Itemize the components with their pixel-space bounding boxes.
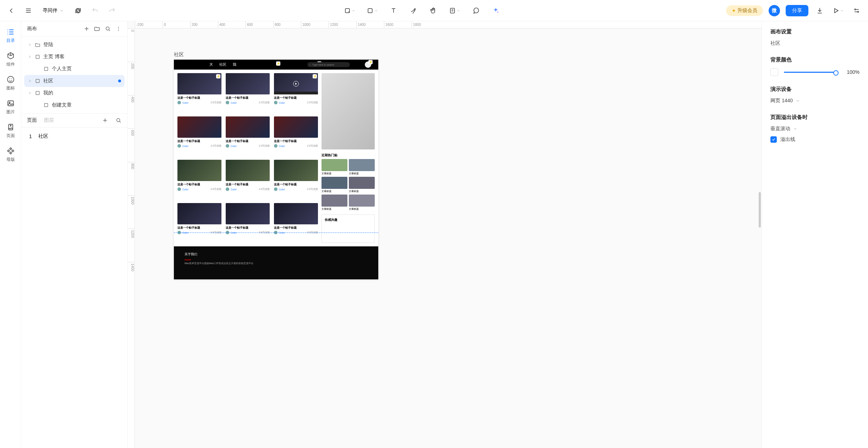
add-icon[interactable] [83,26,90,32]
sidebar-item-masters[interactable]: 母版 [2,144,19,165]
mock-card: ⚡这是一个帖子标题Color2.9万浏览 [274,73,318,113]
mock-card: 这是一个帖子标题Color2.9万浏览 [226,73,270,113]
sidebar-item-pages[interactable]: 页面 [2,121,19,141]
svg-rect-23 [36,91,39,94]
search-pages-icon[interactable] [115,117,122,124]
tree-item[interactable]: 我的 [24,87,125,99]
lp-header: 画布 [21,21,127,37]
topbar-left: 寻同伴 [6,5,118,16]
sidebar-item-components[interactable]: 组件 [2,49,19,70]
svg-point-18 [118,28,119,29]
ruler-horizontal: -200020040060080010001200140016001800 [135,21,762,28]
artboard-tree: 登陆主页 博客个人主页社区我的创建文章 [21,37,127,114]
svg-rect-20 [36,55,39,58]
svg-point-19 [118,30,119,31]
svg-point-17 [118,27,119,27]
rp-canvas-title: 画布设置 [770,28,859,35]
chevron-down-icon [793,127,797,131]
share-button[interactable]: 分享 [786,5,808,16]
topbar-right: ✦升级会员 微 分享 [726,5,862,16]
checkbox-checked-icon [770,136,777,143]
opacity-value[interactable]: 100% [842,69,859,75]
scrollbar-thumb[interactable] [759,192,761,228]
lightning-icon: ⚡ [276,61,280,66]
tab-layers[interactable]: 图层 [44,117,54,124]
folder-icon[interactable] [94,26,100,32]
sidebar-item-images[interactable]: 图片 [2,97,19,117]
tree-item[interactable]: 登陆 [24,39,125,51]
mock-card: 这是一个帖子标题Color2.9万浏览 [226,203,270,243]
ai-tool[interactable] [490,5,501,16]
pages-list: 1 社区 [21,127,127,145]
canvas-viewport[interactable]: 社区 大 社区 我 ⚡ ⚡ ⌕Type here to search ⚡ ⚡这是… [135,28,762,448]
mock-card: 这是一个帖子标题Color2.9万浏览 [226,116,270,156]
add-page-icon[interactable] [102,117,108,124]
overflow-line-checkbox[interactable]: 溢出线 [770,136,859,143]
settings-button[interactable] [851,5,862,16]
overflow-select[interactable]: 垂直滚动 [770,126,859,132]
mock-card: 这是一个帖子标题Color2.9万浏览 [274,160,318,200]
mock-hero-image [322,73,375,149]
mock-card: 这是一个帖子标题Color2.9万浏览 [226,160,270,200]
lp-tabs: 页面 图层 [21,114,127,127]
ruler-vertical: 0200400600800100012001400 [128,28,135,448]
left-panel: 画布 登陆主页 博客个人主页社区我的创建文章 页面 图层 1 社区 [21,21,128,448]
mock-card: 这是一个帖子标题Color2.9万浏览 [177,116,221,156]
back-button[interactable] [6,5,17,16]
svg-point-25 [117,119,120,122]
mock-grid: ⚡这是一个帖子标题Color2.9万浏览这是一个帖子标题Color2.9万浏览⚡… [177,73,318,243]
undo-button[interactable] [89,5,101,16]
svg-point-9 [7,76,14,83]
device-select[interactable]: 网页 1440 [770,98,859,104]
sidebar-item-icons[interactable]: 图标 [2,73,19,93]
upgrade-button[interactable]: ✦升级会员 [726,5,763,16]
tab-pages[interactable]: 页面 [27,117,37,124]
frame-tool[interactable] [342,6,357,16]
wei-avatar[interactable]: 微 [769,5,780,16]
tree-item[interactable]: 创建文章 [24,99,125,111]
tree-item[interactable]: 主页 博客 [24,51,125,63]
play-button[interactable] [831,6,845,16]
svg-rect-3 [450,8,455,13]
shape-tool[interactable] [365,6,379,16]
svg-point-4 [855,9,856,10]
mock-card: 这是一个帖子标题Color2.9万浏览 [274,116,318,156]
download-button[interactable] [814,5,825,16]
svg-point-8 [7,34,8,34]
svg-point-5 [858,11,859,12]
canvas-area[interactable]: -200020040060080010001200140016001800 02… [128,21,762,448]
page-row[interactable]: 1 社区 [27,130,122,142]
tree-item[interactable]: 个人主页 [24,63,125,75]
more-icon[interactable] [115,26,122,32]
artboard[interactable]: 大 社区 我 ⚡ ⚡ ⌕Type here to search ⚡ ⚡这是一个帖… [174,60,378,279]
sidebar-item-outline[interactable]: 目录 [2,26,19,46]
topbar-center [121,5,723,16]
rp-bg-title: 背景颜色 [770,56,859,63]
menu-button[interactable] [23,5,34,16]
rp-overflow-title: 页面溢出设备时 [770,114,859,121]
svg-rect-21 [44,67,48,70]
mock-avatar: ⚡ [365,61,371,68]
artboard-label[interactable]: 社区 [174,51,184,58]
svg-rect-12 [8,101,13,106]
redo-button[interactable] [106,5,118,16]
rp-canvas-name[interactable]: 社区 [770,40,859,47]
hand-tool[interactable] [428,5,439,16]
tree-item[interactable]: 社区 [24,75,125,87]
topbar: 寻同伴 ✦升级会员 微 分享 [0,0,868,21]
mock-header: 大 社区 我 ⚡ ⚡ ⌕Type here to search ⚡ [174,60,378,70]
color-swatch[interactable] [770,68,778,76]
mock-search: ⌕Type here to search [307,62,350,67]
doc-title-dropdown[interactable]: 寻同伴 [40,6,67,15]
text-tool[interactable] [388,5,399,16]
note-tool[interactable] [447,6,462,16]
opacity-slider[interactable] [784,72,837,73]
mock-card: 这是一个帖子标题Color2.9万浏览 [177,160,221,200]
lightning-icon: ⚡ [368,60,373,64]
svg-point-11 [11,78,12,79]
icon-sidebar: 目录 组件 图标 图片 页面 母版 [0,21,21,448]
pen-tool[interactable] [408,5,419,16]
comment-tool[interactable] [470,5,482,16]
search-icon[interactable] [105,26,111,32]
sync-button[interactable] [72,5,84,16]
